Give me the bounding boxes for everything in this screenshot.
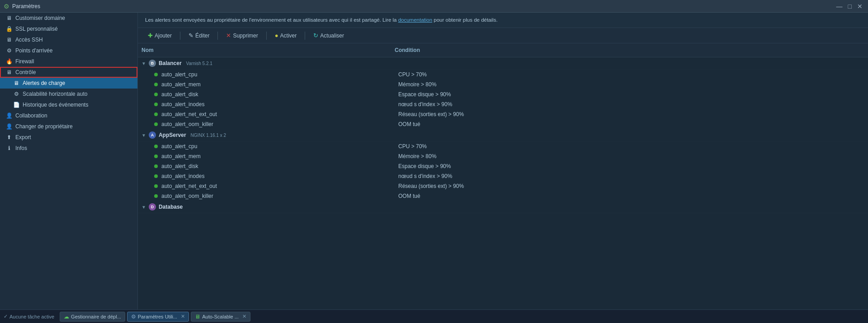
group-row-appserver[interactable]: ▼ A AppServer NGINX 1.16.1 x 2: [138, 129, 868, 141]
table-row[interactable]: auto_alert_net_ext_out Réseau (sorties e…: [138, 109, 868, 119]
status-dot: [154, 73, 158, 76]
sidebar-item-changer-proprietaire[interactable]: 👤Changer de propriétaire: [0, 121, 137, 132]
sidebar-item-collaboration[interactable]: 👤Collaboration: [0, 110, 137, 121]
toolbar-sep-2: [217, 32, 218, 40]
toolbar-sep-1: [180, 32, 180, 40]
cell-name: auto_alert_disk: [161, 91, 398, 98]
table-row[interactable]: auto_alert_mem Mémoire > 80%: [138, 151, 868, 161]
toolbar-label-ajouter: Ajouter: [155, 33, 172, 39]
table-row[interactable]: auto_alert_oom_killer OOM tué: [138, 119, 868, 129]
info-bar: Les alertes sont envoyées au propriétair…: [138, 13, 868, 28]
sidebar: 🖥Customiser domaine🔒SSL personnalisé🖥Acc…: [0, 13, 138, 309]
toolbar-icon-editer: ✎: [189, 32, 193, 39]
toolbar-label-supprimer: Supprimer: [233, 33, 258, 39]
cell-name: auto_alert_disk: [161, 163, 398, 169]
toolbar-btn-supprimer[interactable]: ✕Supprimer: [222, 31, 262, 40]
sidebar-item-historique-evenements[interactable]: 📄Historique des événements: [0, 99, 137, 110]
col-header-condition: Condition: [391, 45, 868, 55]
group-name-balancer: Balancer: [159, 60, 182, 66]
sidebar-icon-customiser-domaine: 🖥: [5, 15, 13, 21]
sidebar-icon-acces-ssh: 🖥: [5, 37, 13, 43]
status-dot: [154, 184, 158, 188]
task-tab-icon-parametres-util: ⚙: [131, 314, 136, 320]
cell-condition: Mémoire > 80%: [398, 153, 864, 159]
cell-name: auto_alert_inodes: [161, 173, 398, 179]
task-tab-icon-auto-scalable: 🖥: [195, 314, 200, 320]
main-layout: 🖥Customiser domaine🔒SSL personnalisé🖥Acc…: [0, 13, 868, 309]
cell-condition: Espace disque > 90%: [398, 91, 864, 98]
group-row-database[interactable]: ▼ D Database: [138, 201, 868, 213]
sidebar-item-export[interactable]: ⬆Export: [0, 132, 137, 143]
task-status: ✓ Aucune tâche active: [4, 314, 54, 319]
sidebar-item-customiser-domaine[interactable]: 🖥Customiser domaine: [0, 13, 137, 23]
status-dot: [154, 145, 158, 148]
sidebar-item-points-arrivee[interactable]: ⚙Points d'arrivée: [0, 45, 137, 56]
sidebar-item-infos[interactable]: ℹInfos: [0, 143, 137, 154]
sidebar-icon-ssl-personnalise: 🔒: [5, 26, 13, 32]
sidebar-label-ssl-personnalise: SSL personnalisé: [15, 26, 58, 32]
task-status-text: Aucune tâche active: [9, 314, 54, 319]
sidebar-icon-historique-evenements: 📄: [13, 102, 20, 108]
task-tab-close-parametres-util[interactable]: ✕: [181, 314, 185, 319]
table-row[interactable]: auto_alert_cpu CPU > 70%: [138, 70, 868, 80]
col-header-name: Nom: [138, 45, 391, 55]
sidebar-label-changer-proprietaire: Changer de propriétaire: [15, 123, 73, 130]
minimize-button[interactable]: —: [835, 3, 844, 10]
toolbar-btn-editer[interactable]: ✎Éditer: [184, 31, 214, 40]
sidebar-label-firewall: Firewall: [15, 58, 34, 65]
group-chevron-database[interactable]: ▼: [142, 205, 146, 210]
sidebar-label-export: Export: [15, 134, 31, 140]
table-header: Nom Condition: [138, 43, 868, 57]
close-button[interactable]: ✕: [855, 3, 864, 10]
table-row[interactable]: auto_alert_inodes nœud s d'index > 90%: [138, 99, 868, 109]
sidebar-item-alertes-charge[interactable]: 🖥Alertes de charge: [0, 78, 137, 89]
toolbar-label-actualiser: Actualiser: [320, 33, 344, 39]
group-subtitle-balancer: Varnish 5.2.1: [186, 61, 212, 66]
cell-condition: OOM tué: [398, 121, 864, 127]
task-tab-close-auto-scalable[interactable]: ✕: [242, 314, 246, 319]
group-row-balancer[interactable]: ▼ B Balancer Varnish 5.2.1: [138, 57, 868, 70]
toolbar-btn-actualiser[interactable]: ↻Actualiser: [309, 31, 349, 40]
task-tab-label-gestionnaire: Gestionnaire de dépl...: [71, 314, 121, 319]
status-dot: [154, 93, 158, 96]
sidebar-label-scalabilite-horizontale: Scalabilité horizontale auto: [23, 91, 87, 97]
group-icon-database: D: [149, 203, 156, 211]
sidebar-item-controle[interactable]: 🖥Contrôle: [0, 67, 137, 78]
status-dot: [154, 112, 158, 116]
toolbar-icon-supprimer: ✕: [226, 32, 231, 39]
group-name-appserver: AppServer: [159, 132, 186, 138]
table-row[interactable]: auto_alert_oom_killer OOM tué: [138, 191, 868, 201]
group-name-database: Database: [159, 204, 183, 210]
cell-name: auto_alert_net_ext_out: [161, 111, 398, 117]
maximize-button[interactable]: □: [846, 3, 854, 10]
table-row[interactable]: auto_alert_disk Espace disque > 90%: [138, 161, 868, 171]
status-dot: [154, 122, 158, 126]
task-tab-label-parametres-util: Paramètres Utili...: [138, 314, 177, 319]
task-tab-parametres-util[interactable]: ⚙Paramètres Utili...✕: [127, 312, 189, 322]
toolbar-btn-ajouter[interactable]: ✚Ajouter: [143, 31, 176, 40]
documentation-link[interactable]: documentation: [398, 17, 432, 23]
cell-condition: Réseau (sorties ext) > 90%: [398, 111, 864, 117]
table-row[interactable]: auto_alert_mem Mémoire > 80%: [138, 80, 868, 89]
sidebar-label-customiser-domaine: Customiser domaine: [15, 15, 65, 21]
cell-condition: OOM tué: [398, 193, 864, 199]
status-dot: [154, 83, 158, 86]
sidebar-item-firewall[interactable]: 🔥Firewall: [0, 56, 137, 67]
sidebar-item-ssl-personnalise[interactable]: 🔒SSL personnalisé: [0, 23, 137, 34]
table-row[interactable]: auto_alert_inodes nœud s d'index > 90%: [138, 171, 868, 181]
sidebar-icon-controle: 🖥: [5, 69, 13, 75]
sidebar-item-scalabilite-horizontale[interactable]: ⚙Scalabilité horizontale auto: [0, 89, 137, 99]
toolbar-icon-actualiser: ↻: [313, 32, 318, 39]
title-bar: ⚙ Paramètres — □ ✕: [0, 0, 868, 13]
table-row[interactable]: auto_alert_disk Espace disque > 90%: [138, 89, 868, 99]
group-chevron-appserver[interactable]: ▼: [142, 133, 146, 138]
toolbar-btn-activer[interactable]: ●Activer: [270, 31, 302, 40]
task-tab-gestionnaire[interactable]: ☁Gestionnaire de dépl...: [60, 312, 125, 322]
sidebar-item-acces-ssh[interactable]: 🖥Accès SSH: [0, 34, 137, 45]
group-chevron-balancer[interactable]: ▼: [142, 61, 146, 66]
table-row[interactable]: auto_alert_net_ext_out Réseau (sorties e…: [138, 181, 868, 191]
task-tab-auto-scalable[interactable]: 🖥Auto-Scalable ...✕: [191, 312, 250, 322]
table-row[interactable]: auto_alert_cpu CPU > 70%: [138, 141, 868, 151]
title-bar-title: Paramètres: [12, 3, 835, 9]
info-text-after: pour obtenir plus de détails.: [432, 17, 497, 23]
